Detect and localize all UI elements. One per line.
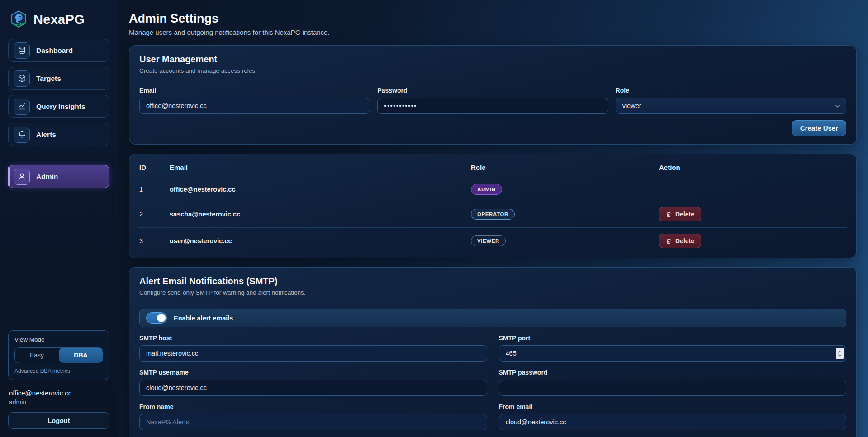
view-mode-segmented-control: Easy DBA: [14, 347, 103, 363]
user-email-cell: sascha@nesterovic.cc: [169, 201, 470, 228]
email-field[interactable]: [139, 98, 370, 114]
sidebar-item-label: Query Insights: [36, 103, 85, 111]
smtp-title: Alert Email Notifications (SMTP): [139, 276, 846, 287]
smtp-host-group: SMTP host: [139, 334, 487, 362]
view-mode-option-easy[interactable]: Easy: [15, 348, 59, 363]
from-name-group: From name: [139, 403, 487, 430]
number-stepper[interactable]: [836, 348, 844, 359]
user-id-cell: 1: [138, 178, 169, 201]
create-user-button-row: Create User: [139, 120, 846, 136]
main-content: Admin Settings Manage users and outgoing…: [118, 0, 868, 437]
smtp-host-label: SMTP host: [139, 334, 487, 342]
role-badge-admin: ADMIN: [471, 184, 502, 195]
page-subtitle: Manage users and outgoing notifications …: [129, 28, 857, 36]
table-row: 1 office@nesterovic.cc ADMIN: [138, 178, 847, 201]
bell-icon: [14, 127, 30, 143]
user-icon: [14, 169, 30, 185]
toggle-knob: [157, 314, 166, 322]
users-table-card: ID Email Role Action 1 office@nesterovic…: [129, 154, 857, 258]
smtp-port-label: SMTP port: [499, 334, 847, 342]
cube-icon: [14, 70, 30, 87]
password-label: Password: [377, 87, 608, 94]
smtp-password-label: SMTP password: [499, 369, 847, 376]
role-select-value: viewer: [622, 102, 641, 109]
enable-alert-emails-row: Enable alert emails: [139, 309, 846, 327]
user-management-subtitle: Create accounts and manage access roles.: [139, 67, 846, 74]
user-management-card: User Management Create accounts and mana…: [129, 45, 857, 145]
role-select[interactable]: viewer: [616, 98, 846, 114]
delete-label: Delete: [675, 211, 694, 218]
sidebar-item-alerts[interactable]: Alerts: [8, 123, 109, 146]
create-user-button[interactable]: Create User: [792, 120, 846, 136]
chevron-down-icon: [835, 103, 840, 109]
view-mode-panel: View Mode Easy DBA Advanced DBA metrics: [8, 330, 109, 380]
delete-user-button[interactable]: Delete: [659, 234, 701, 248]
app-root: NexaPG NexaPG Dashboard Targets: [0, 0, 868, 437]
trash-icon: [666, 238, 672, 244]
logout-button[interactable]: Logout: [8, 412, 109, 429]
smtp-subtitle: Configure send-only SMTP for warning and…: [139, 289, 846, 296]
smtp-password-field[interactable]: [499, 380, 847, 396]
column-header-action: Action: [658, 156, 847, 178]
from-email-field[interactable]: [499, 414, 847, 430]
role-badge-operator: OPERATOR: [471, 209, 515, 220]
sidebar-divider: [9, 155, 109, 155]
page-title: Admin Settings: [129, 12, 857, 26]
trash-icon: [666, 211, 672, 217]
action-cell: Delete: [658, 228, 847, 254]
enable-alert-emails-label: Enable alert emails: [174, 315, 233, 322]
user-id-cell: 2: [138, 201, 169, 228]
view-mode-label: View Mode: [14, 336, 103, 343]
users-table: ID Email Role Action 1 office@nesterovic…: [138, 156, 847, 254]
email-field-group: Email: [139, 87, 370, 114]
sidebar-item-targets[interactable]: Targets: [8, 67, 109, 90]
smtp-port-field[interactable]: [499, 345, 847, 362]
table-row: 2 sascha@nesterovic.cc OPERATOR Delete: [138, 201, 847, 228]
sidebar-item-dashboard[interactable]: Dashboard: [8, 39, 109, 62]
sidebar-item-label: Dashboard: [36, 47, 73, 55]
card-divider: [139, 302, 846, 302]
user-management-title: User Management: [139, 54, 846, 65]
sidebar-item-label: Alerts: [36, 131, 56, 139]
from-email-label: From email: [499, 403, 847, 410]
smtp-username-field[interactable]: [139, 380, 487, 396]
sidebar: NexaPG NexaPG Dashboard Targets: [0, 0, 118, 437]
from-name-field[interactable]: [139, 414, 487, 430]
user-email-cell: user@nesterovic.cc: [169, 228, 470, 254]
action-cell: [658, 178, 847, 201]
email-label: Email: [139, 87, 370, 94]
action-cell: Delete: [658, 201, 847, 228]
database-icon: [14, 42, 30, 59]
smtp-username-label: SMTP username: [139, 369, 487, 376]
card-divider: [139, 80, 846, 80]
smtp-form-grid: SMTP host SMTP port SMTP username: [139, 327, 846, 437]
smtp-username-group: SMTP username: [139, 369, 487, 396]
password-field-group: Password: [377, 87, 608, 114]
sidebar-item-query-insights[interactable]: Query Insights: [8, 95, 109, 118]
current-user-role: admin: [9, 399, 109, 406]
create-user-form: Email Password Role viewer: [139, 87, 846, 114]
smtp-host-field[interactable]: [139, 345, 487, 362]
chart-icon: [14, 99, 30, 115]
sidebar-spacer: [8, 193, 109, 324]
table-row: 3 user@nesterovic.cc VIEWER Delete: [138, 228, 847, 254]
smtp-card: Alert Email Notifications (SMTP) Configu…: [129, 267, 857, 437]
enable-alert-emails-toggle[interactable]: [146, 312, 167, 324]
view-mode-option-dba[interactable]: DBA: [59, 348, 103, 363]
table-header-row: ID Email Role Action: [138, 156, 847, 178]
role-badge-viewer: VIEWER: [471, 235, 506, 246]
from-email-group: From email: [499, 403, 847, 430]
delete-user-button[interactable]: Delete: [659, 207, 701, 221]
app-title: NexaPG: [33, 12, 85, 27]
column-header-role: Role: [470, 156, 658, 178]
smtp-password-group: SMTP password: [499, 369, 847, 396]
user-email-cell: office@nesterovic.cc: [169, 178, 470, 201]
user-id-cell: 3: [138, 228, 169, 254]
role-field-group: Role viewer: [616, 87, 846, 114]
column-header-email: Email: [169, 156, 470, 178]
svg-text:NexaPG: NexaPG: [14, 23, 24, 26]
password-field[interactable]: [377, 98, 608, 114]
sidebar-item-label: Admin: [36, 173, 58, 181]
sidebar-item-admin[interactable]: Admin: [8, 165, 109, 188]
sidebar-bottom-divider: [9, 324, 109, 324]
